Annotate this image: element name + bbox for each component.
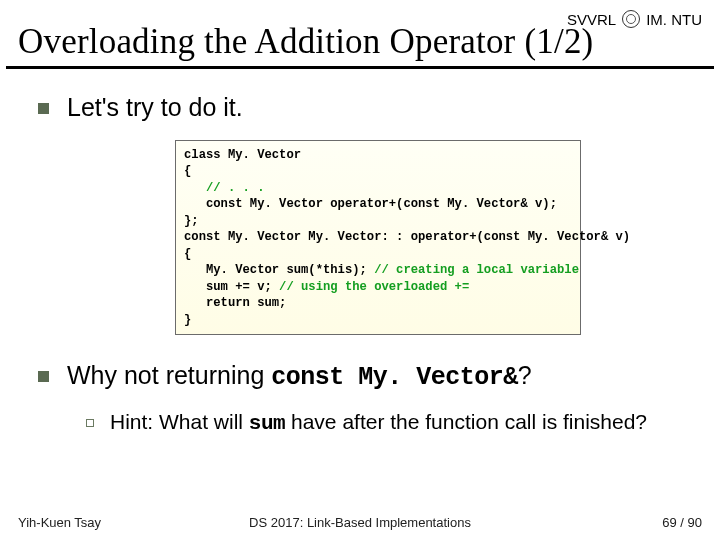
code-l10: return sum; — [184, 296, 286, 310]
b2-post: ? — [518, 361, 532, 389]
code-l2: { — [184, 164, 191, 178]
code-l3-indent — [184, 181, 206, 195]
footer: Yih-Kuen Tsay DS 2017: Link-Based Implem… — [0, 515, 720, 530]
s1-post: have after the function call is finished… — [285, 410, 647, 433]
slide-content: Let's try to do it. class My. Vector { /… — [0, 69, 720, 435]
sub-bullet-icon — [86, 419, 94, 427]
footer-center: DS 2017: Link-Based Implementations — [249, 515, 471, 530]
code-l8b: // creating a local variable — [374, 263, 579, 277]
b2-code: const My. Vector& — [271, 363, 518, 392]
code-l6: const My. Vector My. Vector: : operator+… — [184, 230, 630, 244]
org-left: SVVRL — [567, 11, 616, 28]
header-right: SVVRL IM. NTU — [567, 10, 702, 28]
at-logo-icon — [622, 10, 640, 28]
sub-bullet-1: Hint: What will sum have after the funct… — [86, 410, 690, 435]
code-l9a: sum += v; — [184, 280, 279, 294]
sub-1-text: Hint: What will sum have after the funct… — [110, 410, 647, 435]
code-l8a: My. Vector sum(*this); — [184, 263, 374, 277]
bullet-icon — [38, 103, 49, 114]
code-l4: const My. Vector operator+(const My. Vec… — [184, 197, 557, 211]
bullet-2-text: Why not returning const My. Vector&? — [67, 361, 532, 392]
s1-pre: Hint: What will — [110, 410, 249, 433]
bullet-1-text: Let's try to do it. — [67, 93, 243, 122]
s1-code: sum — [249, 412, 285, 435]
org-right: IM. NTU — [646, 11, 702, 28]
code-block: class My. Vector { // . . . const My. Ve… — [175, 140, 581, 335]
b2-pre: Why not returning — [67, 361, 271, 389]
footer-right: 69 / 90 — [662, 515, 702, 530]
code-l1: class My. Vector — [184, 148, 301, 162]
bullet-icon — [38, 371, 49, 382]
footer-left: Yih-Kuen Tsay — [18, 515, 101, 530]
bullet-1: Let's try to do it. — [38, 93, 690, 122]
code-l5: }; — [184, 214, 199, 228]
code-l7: { — [184, 247, 191, 261]
code-l11: } — [184, 313, 191, 327]
bullet-2: Why not returning const My. Vector&? — [38, 361, 690, 392]
code-l3-comment: // . . . — [206, 181, 265, 195]
code-l9b: // using the overloaded += — [279, 280, 469, 294]
